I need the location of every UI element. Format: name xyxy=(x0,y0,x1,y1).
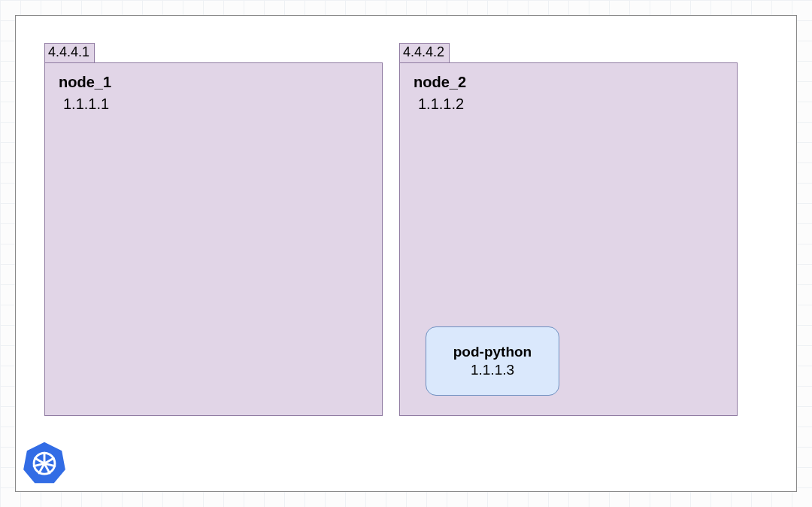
node-1-box[interactable]: node_1 1.1.1.1 xyxy=(44,62,383,416)
pod-python-name: pod-python xyxy=(453,343,532,361)
cluster-frame[interactable]: 4.4.4.1 node_1 1.1.1.1 4.4.4.2 node_2 1.… xyxy=(15,15,797,492)
node-2-internal-ip: 1.1.1.2 xyxy=(418,96,723,113)
node-1-external-ip-badge[interactable]: 4.4.4.1 xyxy=(44,43,95,63)
node-2-external-ip: 4.4.4.2 xyxy=(403,44,444,59)
node-1-external-ip: 4.4.4.1 xyxy=(48,44,89,59)
pod-python-ip: 1.1.1.3 xyxy=(471,361,514,379)
node-1-internal-ip: 1.1.1.1 xyxy=(63,96,368,113)
node-2-box[interactable]: node_2 1.1.1.2 pod-python 1.1.1.3 xyxy=(399,62,738,416)
kubernetes-icon xyxy=(23,441,66,484)
node-1-name: node_1 xyxy=(59,74,368,91)
pod-python-box[interactable]: pod-python 1.1.1.3 xyxy=(426,326,559,396)
node-2-name: node_2 xyxy=(414,74,723,91)
node-2-external-ip-badge[interactable]: 4.4.4.2 xyxy=(399,43,450,63)
